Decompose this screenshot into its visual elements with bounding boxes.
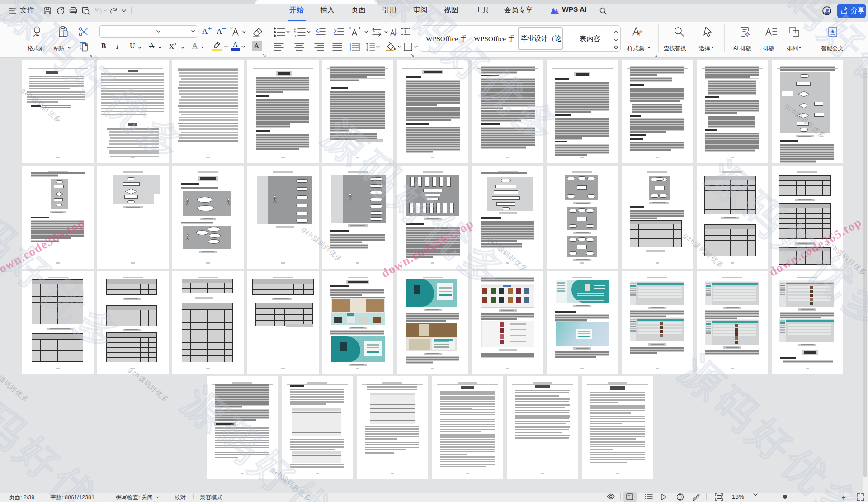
svg-text:2: 2 bbox=[294, 31, 296, 34]
svg-text:1: 1 bbox=[294, 27, 296, 30]
svg-text:3: 3 bbox=[294, 34, 296, 37]
